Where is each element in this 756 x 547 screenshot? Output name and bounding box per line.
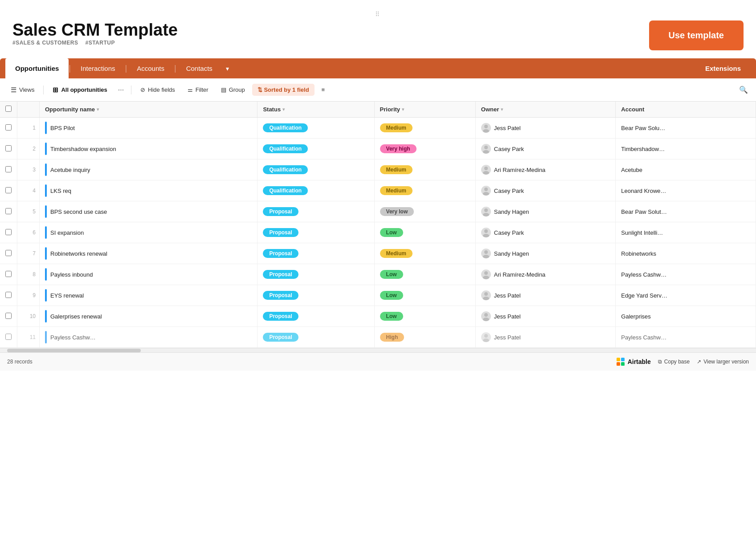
account-cell[interactable]: Leonard Krowe… <box>616 180 756 201</box>
select-all-checkbox[interactable] <box>5 106 12 112</box>
more-options-button[interactable]: ··· <box>114 83 127 97</box>
table-row[interactable]: 7 Robinetworks renewal Proposal Medium S… <box>0 243 756 264</box>
priority-cell[interactable]: Low <box>374 285 475 306</box>
opportunity-name-cell[interactable]: Galerprises renewal <box>40 306 257 327</box>
row-height-button[interactable]: ≡ <box>316 84 331 96</box>
copy-base-button[interactable]: ⧉ Copy base <box>658 359 690 365</box>
filter-button[interactable]: ⚌ Filter <box>182 84 214 96</box>
col-account[interactable]: Account <box>616 102 756 118</box>
row-checkbox[interactable] <box>5 187 12 193</box>
group-button[interactable]: ▤ Group <box>216 84 250 96</box>
priority-cell[interactable]: Medium <box>374 243 475 264</box>
account-cell[interactable]: Payless Cashw… <box>616 264 756 285</box>
row-checkbox[interactable] <box>5 334 12 340</box>
owner-cell[interactable]: Jess Patel <box>475 327 616 348</box>
views-button[interactable]: ☰ Views <box>5 83 40 97</box>
priority-cell[interactable]: Low <box>374 222 475 243</box>
account-cell[interactable]: Robinetworks <box>616 243 756 264</box>
table-row[interactable]: 1 BPS Pilot Qualification Medium Jess Pa… <box>0 118 756 139</box>
row-checkbox[interactable] <box>5 229 12 235</box>
row-checkbox[interactable] <box>5 124 12 131</box>
row-checkbox[interactable] <box>5 292 12 298</box>
owner-cell[interactable]: Casey Park <box>475 139 616 159</box>
row-checkbox-cell[interactable] <box>0 285 17 306</box>
account-cell[interactable]: Bear Paw Solu… <box>616 118 756 139</box>
priority-cell[interactable]: Low <box>374 264 475 285</box>
account-cell[interactable]: Galerprises <box>616 306 756 327</box>
row-checkbox-cell[interactable] <box>0 243 17 264</box>
account-cell[interactable]: Sunlight Intelli… <box>616 222 756 243</box>
status-cell[interactable]: Qualification <box>257 139 374 159</box>
table-row[interactable]: 5 BPS second use case Proposal Very low … <box>0 201 756 222</box>
table-row[interactable]: 9 EYS renewal Proposal Low Jess Patel <box>0 285 756 306</box>
table-row[interactable]: 4 LKS req Qualification Medium Casey Par… <box>0 180 756 201</box>
owner-cell[interactable]: Ari Ramírez-Medina <box>475 264 616 285</box>
table-row[interactable]: 8 Payless inbound Proposal Low Ari Ramír… <box>0 264 756 285</box>
scrollbar-thumb[interactable] <box>7 349 141 352</box>
tab-accounts[interactable]: Accounts <box>127 58 174 78</box>
sort-button[interactable]: ⇅ Sorted by 1 field <box>252 84 315 96</box>
status-cell[interactable]: Qualification <box>257 180 374 201</box>
status-cell[interactable]: Proposal <box>257 285 374 306</box>
row-checkbox-cell[interactable] <box>0 118 17 139</box>
opportunity-name-cell[interactable]: Timbershadow expansion <box>40 139 257 159</box>
status-cell[interactable]: Qualification <box>257 159 374 180</box>
owner-cell[interactable]: Casey Park <box>475 222 616 243</box>
account-cell[interactable]: Bear Paw Solut… <box>616 201 756 222</box>
owner-cell[interactable]: Sandy Hagen <box>475 243 616 264</box>
priority-cell[interactable]: Very high <box>374 139 475 159</box>
owner-cell[interactable]: Ari Ramírez-Medina <box>475 159 616 180</box>
row-checkbox[interactable] <box>5 271 12 277</box>
all-opportunities-button[interactable]: ⊞ All opportunities <box>47 83 112 97</box>
priority-cell[interactable]: Medium <box>374 159 475 180</box>
priority-cell[interactable]: Medium <box>374 180 475 201</box>
search-button[interactable]: 🔍 <box>736 83 751 97</box>
status-cell[interactable]: Proposal <box>257 306 374 327</box>
priority-cell[interactable]: High <box>374 327 475 348</box>
table-row[interactable]: 3 Acetube inquiry Qualification Medium A… <box>0 159 756 180</box>
opportunity-name-cell[interactable]: SI expansion <box>40 222 257 243</box>
row-checkbox-cell[interactable] <box>0 201 17 222</box>
select-all-header[interactable] <box>0 102 17 118</box>
account-cell[interactable]: Payless Cashw… <box>616 327 756 348</box>
owner-cell[interactable]: Jess Patel <box>475 285 616 306</box>
row-checkbox-cell[interactable] <box>0 159 17 180</box>
owner-cell[interactable]: Jess Patel <box>475 118 616 139</box>
status-cell[interactable]: Proposal <box>257 243 374 264</box>
status-cell[interactable]: Proposal <box>257 222 374 243</box>
account-cell[interactable]: Timbershadow… <box>616 139 756 159</box>
owner-cell[interactable]: Jess Patel <box>475 306 616 327</box>
owner-cell[interactable]: Casey Park <box>475 180 616 201</box>
opportunity-name-cell[interactable]: BPS second use case <box>40 201 257 222</box>
row-checkbox[interactable] <box>5 166 12 172</box>
status-cell[interactable]: Proposal <box>257 264 374 285</box>
row-checkbox-cell[interactable] <box>0 306 17 327</box>
row-checkbox-cell[interactable] <box>0 264 17 285</box>
opportunity-name-cell[interactable]: Payless Cashw… <box>40 327 257 348</box>
account-cell[interactable]: Acetube <box>616 159 756 180</box>
horizontal-scrollbar[interactable] <box>0 348 756 352</box>
row-checkbox-cell[interactable] <box>0 139 17 159</box>
row-checkbox[interactable] <box>5 313 12 319</box>
priority-cell[interactable]: Very low <box>374 201 475 222</box>
opportunity-name-cell[interactable]: Acetube inquiry <box>40 159 257 180</box>
tabs-more-chevron[interactable]: ▾ <box>222 59 233 78</box>
opportunity-name-cell[interactable]: Payless inbound <box>40 264 257 285</box>
opportunity-name-cell[interactable]: Robinetworks renewal <box>40 243 257 264</box>
view-larger-button[interactable]: ↗ View larger version <box>697 359 749 365</box>
table-row-partial[interactable]: 11 Payless Cashw… Proposal High Jess Pat… <box>0 327 756 348</box>
row-checkbox[interactable] <box>5 208 12 214</box>
priority-cell[interactable]: Medium <box>374 118 475 139</box>
col-status[interactable]: Status ▾ <box>257 102 374 118</box>
table-row[interactable]: 10 Galerprises renewal Proposal Low Jess… <box>0 306 756 327</box>
tab-contacts[interactable]: Contacts <box>176 58 222 78</box>
status-cell[interactable]: Proposal <box>257 327 374 348</box>
status-cell[interactable]: Proposal <box>257 201 374 222</box>
status-cell[interactable]: Qualification <box>257 118 374 139</box>
table-row[interactable]: 6 SI expansion Proposal Low Casey Park <box>0 222 756 243</box>
row-checkbox-cell[interactable] <box>0 180 17 201</box>
row-checkbox[interactable] <box>5 250 12 256</box>
opportunity-name-cell[interactable]: BPS Pilot <box>40 118 257 139</box>
tab-interactions[interactable]: Interactions <box>71 58 125 78</box>
use-template-button[interactable]: Use template <box>649 20 744 50</box>
